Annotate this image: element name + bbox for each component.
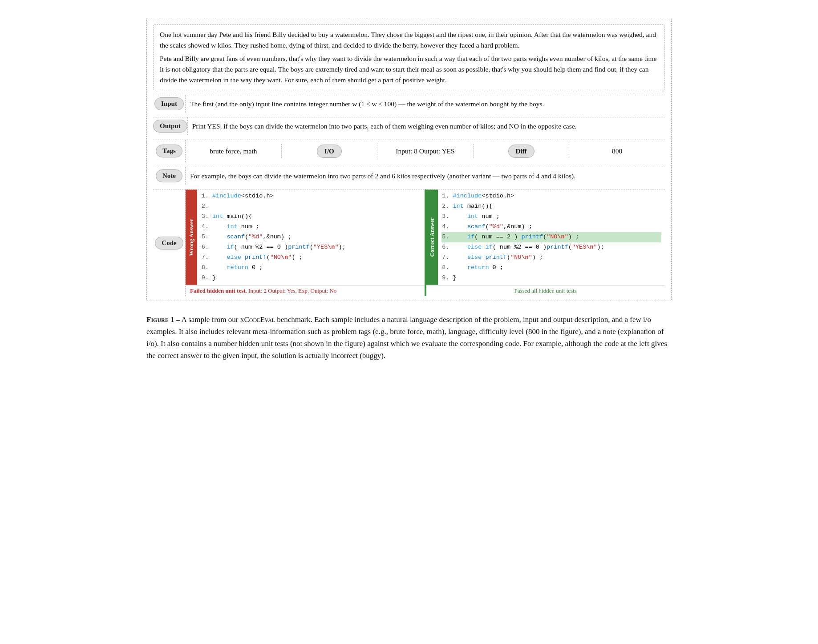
tags-io-value: Input: 8 Output: YES	[377, 144, 474, 158]
figure-caption: Figure 1 – A sample from our xCodeEval b…	[146, 314, 672, 362]
code-line-r9: 9. }	[441, 273, 662, 283]
correct-code-lines: 1. #include<stdio.h> 2. int main(){ 3. i…	[438, 189, 665, 285]
correct-footer: Passed all hidden unit tests	[426, 285, 665, 296]
diff-bubble: Diff	[508, 145, 535, 158]
code-label-cell: Code	[153, 189, 185, 296]
figure-label: Figure 1	[146, 315, 174, 324]
problem-description: One hot summer day Pete and his friend B…	[153, 24, 665, 90]
note-row: Note For example, the boys can divide th…	[153, 167, 665, 185]
wrong-answer-panel: Wrong Answer 1. #include<stdio.h> 2. 3.	[186, 189, 426, 296]
code-line-r4: 4. scanf("%d",&num) ;	[441, 222, 662, 232]
code-line-w6: 6. if( num %2 == 0 )printf("YES\n");	[201, 242, 421, 253]
output-label-cell: Output	[153, 117, 187, 135]
tags-io-cell: I/O	[282, 143, 378, 160]
code-line-w5: 5. scanf("%d",&num) ;	[201, 232, 421, 242]
tags-bubble: Tags	[156, 145, 182, 157]
code-line-w9: 9. }	[201, 273, 421, 283]
io-bubble: I/O	[317, 145, 342, 158]
wrong-footer: Failed hidden unit test. Input: 2 Output…	[186, 285, 425, 296]
input-content: The first (and the only) input line cont…	[185, 95, 665, 113]
code-line-r1: 1. #include<stdio.h>	[441, 191, 662, 201]
output-bubble: Output	[153, 120, 187, 133]
code-line-r2: 2. int main(){	[441, 201, 662, 212]
code-line-r3: 3. int num ;	[441, 212, 662, 222]
output-row: Output Print YES, if the boys can divide…	[153, 117, 665, 135]
code-panels: Wrong Answer 1. #include<stdio.h> 2. 3.	[185, 189, 665, 296]
problem-desc-1: One hot summer day Pete and his friend B…	[160, 29, 658, 51]
code-line-r8: 8. return 0 ;	[441, 263, 662, 273]
correct-answer-panel: Correct Answer 1. #include<stdio.h> 2. i…	[426, 189, 665, 296]
tags-row: Tags brute force, math I/O Input: 8 Outp…	[153, 140, 665, 163]
code-line-r7: 7. else printf("NO\n") ;	[441, 253, 662, 263]
note-label-cell: Note	[153, 167, 185, 185]
tags-content: brute force, math I/O Input: 8 Output: Y…	[185, 140, 665, 163]
code-line-w8: 8. return 0 ;	[201, 263, 421, 273]
input-row: Input The first (and the only) input lin…	[153, 95, 665, 113]
input-bubble: Input	[154, 97, 184, 110]
tags-diff-cell: Diff	[474, 143, 570, 160]
wrong-code-content: Wrong Answer 1. #include<stdio.h> 2. 3.	[186, 189, 425, 285]
wrong-code-lines: 1. #include<stdio.h> 2. 3. int main(){	[197, 189, 425, 285]
code-line-r5: 5. if( num == 2 ) printf("NO\n") ;	[441, 232, 662, 242]
tags-label-cell: Tags	[153, 140, 185, 163]
correct-code-content: Correct Answer 1. #include<stdio.h> 2. i…	[426, 189, 665, 285]
output-content: Print YES, if the boys can divide the wa…	[187, 117, 665, 135]
tags-diff-value: 800	[569, 144, 665, 158]
figure-box: One hot summer day Pete and his friend B…	[146, 18, 672, 301]
code-line-w7: 7. else printf("NO\n") ;	[201, 253, 421, 263]
code-line-r6: 6. else if( num %2 == 0 )printf("YES\n")…	[441, 242, 662, 253]
note-content: For example, the boys can divide the wat…	[185, 167, 665, 185]
code-line-w1: 1. #include<stdio.h>	[201, 191, 421, 201]
code-line-w3: 3. int main(){	[201, 212, 421, 222]
code-bubble: Code	[155, 237, 183, 250]
input-label-cell: Input	[153, 95, 185, 113]
code-row: Code Wrong Answer 1. #include<stdio.h> 2…	[153, 189, 665, 296]
wrong-answer-bar: Wrong Answer	[186, 189, 197, 285]
code-line-w4: 4. int num ;	[201, 222, 421, 232]
tags-brute-force: brute force, math	[186, 144, 282, 158]
xcodeeval-label: xCodeEval	[240, 315, 275, 324]
note-bubble: Note	[156, 169, 182, 182]
problem-desc-2: Pete and Billy are great fans of even nu…	[160, 53, 658, 85]
correct-answer-bar: Correct Answer	[426, 189, 438, 285]
code-line-w2: 2.	[201, 201, 421, 212]
